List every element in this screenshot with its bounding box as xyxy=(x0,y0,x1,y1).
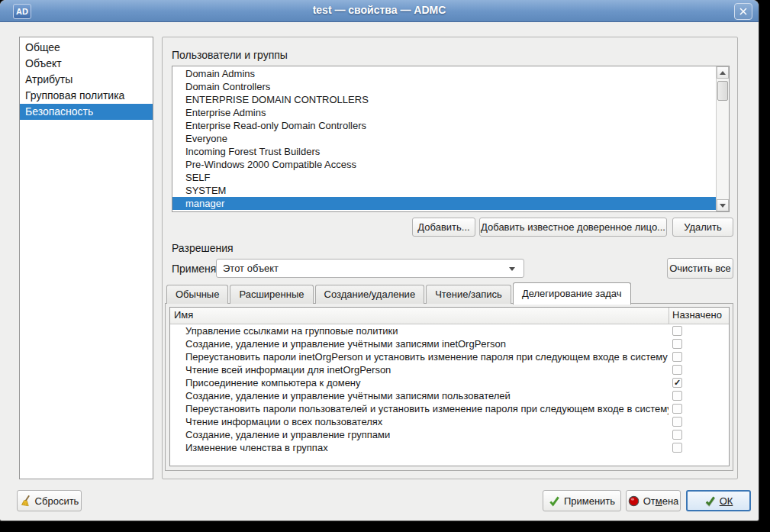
rights-table[interactable]: Имя Назначено Управление ссылками на гру… xyxy=(169,307,730,466)
window-title: test — свойства — ADMC xyxy=(0,0,759,21)
apply-to-combobox[interactable]: Этот объект xyxy=(216,259,524,278)
trustee-items: Domain AdminsDomain ControllersENTERPRIS… xyxy=(172,67,717,210)
table-row[interactable]: Управление ссылками на групповые политик… xyxy=(170,324,729,337)
table-row[interactable]: Переустановить пароли inetOrgPerson и ус… xyxy=(170,350,729,363)
clear-all-button[interactable]: Очистить все xyxy=(667,258,733,279)
assigned-cell xyxy=(669,443,729,453)
checkbox[interactable] xyxy=(672,339,682,349)
checkbox[interactable] xyxy=(672,417,682,427)
table-header: Имя Назначено xyxy=(170,308,729,324)
ok-label: ОК xyxy=(720,495,733,507)
apply-label: Применить xyxy=(564,495,615,507)
cancel-button[interactable]: Отмена xyxy=(626,490,681,511)
table-row[interactable]: Присоединение компьютера к домену✓ xyxy=(170,376,729,389)
table-row[interactable]: Переустановить пароли пользователей и ус… xyxy=(170,402,729,415)
checkbox[interactable] xyxy=(672,430,682,440)
column-header-name[interactable]: Имя xyxy=(170,308,669,324)
trustee-item[interactable]: Enterprise Read-only Domain Controllers xyxy=(172,119,717,132)
trustee-item[interactable]: ENTERPRISE DOMAIN CONTROLLERS xyxy=(172,93,717,106)
users-groups-label: Пользователи и группы xyxy=(172,49,288,61)
assigned-cell: ✓ xyxy=(669,378,729,388)
trustee-scrollbar[interactable] xyxy=(716,66,729,211)
checkbox[interactable] xyxy=(672,326,682,336)
chevron-down-icon xyxy=(509,267,515,271)
assigned-cell xyxy=(669,391,729,401)
right-name-cell: Создание, удаление и управление учётными… xyxy=(170,337,669,350)
trustee-item[interactable]: Pre-Windows 2000 Compatible Access xyxy=(172,158,717,171)
scroll-thumb[interactable] xyxy=(717,81,728,101)
app-icon: AD xyxy=(13,4,31,19)
broom-icon xyxy=(20,495,31,507)
stop-icon xyxy=(628,495,640,507)
permissions-tab-bar: ОбычныеРасширенныеСоздание/удалениеЧтени… xyxy=(166,282,633,304)
reset-button[interactable]: Сбросить xyxy=(17,490,82,511)
trustee-item[interactable]: Everyone xyxy=(172,132,717,145)
checkbox[interactable] xyxy=(672,391,682,401)
scroll-up-icon xyxy=(720,71,726,75)
check-icon xyxy=(549,495,560,507)
assigned-cell xyxy=(669,352,729,362)
checkbox[interactable] xyxy=(672,443,682,453)
trustee-item[interactable]: Incoming Forest Trust Builders xyxy=(172,145,717,158)
close-icon xyxy=(739,8,747,15)
checkbox[interactable] xyxy=(672,365,682,375)
assigned-cell xyxy=(669,417,729,427)
ok-button[interactable]: ОК xyxy=(686,490,751,511)
titlebar[interactable]: AD test — свойства — ADMC xyxy=(0,0,759,22)
assigned-cell xyxy=(669,430,729,440)
table-row[interactable]: Создание, удаление и управление группами xyxy=(170,428,729,441)
tab-active[interactable]: Делегирование задач xyxy=(513,282,631,305)
table-row[interactable]: Создание, удаление и управление учётными… xyxy=(170,389,729,402)
right-name-cell: Создание, удаление и управление группами xyxy=(170,428,669,441)
assigned-cell xyxy=(669,326,729,336)
tab-inactive[interactable]: Обычные xyxy=(166,285,228,304)
table-row[interactable]: Чтение информации о всех пользователях xyxy=(170,415,729,428)
checkbox[interactable] xyxy=(672,352,682,362)
tab-inactive[interactable]: Создание/удаление xyxy=(315,285,425,304)
sidebar-pages-list[interactable]: ОбщееОбъектАтрибутыГрупповая политикаБез… xyxy=(19,37,153,479)
remove-button[interactable]: Удалить xyxy=(672,218,733,237)
trustee-item[interactable]: Domain Admins xyxy=(172,67,717,80)
checkbox[interactable]: ✓ xyxy=(672,378,682,388)
tab-inactive[interactable]: Расширенные xyxy=(230,285,313,304)
scroll-up-button[interactable] xyxy=(717,66,729,79)
trustee-item[interactable]: SYSTEM xyxy=(172,184,717,197)
sidebar-item[interactable]: Атрибуты xyxy=(20,72,153,88)
add-well-known-trustee-button[interactable]: Добавить известное доверенное лицо... xyxy=(479,218,667,237)
cancel-label: Отмена xyxy=(643,495,679,507)
trustee-item[interactable]: Domain Controllers xyxy=(172,80,717,93)
column-header-assigned[interactable]: Назначено xyxy=(669,308,729,324)
right-name-cell: Чтение всей информации для inetOrgPerson xyxy=(170,363,669,376)
ok-check-icon xyxy=(704,495,716,507)
sidebar-item[interactable]: Общее xyxy=(20,40,153,56)
trustee-item[interactable]: SELF xyxy=(172,171,717,184)
assigned-cell xyxy=(669,404,729,414)
trustee-item[interactable]: manager xyxy=(172,197,717,210)
right-name-cell: Создание, удаление и управление учётными… xyxy=(170,389,669,402)
trustee-list[interactable]: Domain AdminsDomain ControllersENTERPRIS… xyxy=(172,66,730,212)
scroll-down-icon xyxy=(720,204,726,208)
table-row[interactable]: Изменение членства в группах xyxy=(170,441,729,454)
close-button[interactable] xyxy=(734,3,752,20)
reset-label: Сбросить xyxy=(35,495,79,507)
sidebar-item[interactable]: Безопасность xyxy=(20,104,153,120)
apply-to-value: Этот объект xyxy=(223,263,279,274)
checkbox[interactable] xyxy=(672,404,682,414)
tab-inactive[interactable]: Чтение/запись xyxy=(426,285,511,304)
apply-button[interactable]: Применить xyxy=(543,490,621,511)
scroll-down-button[interactable] xyxy=(717,199,729,211)
trustee-item[interactable]: Enterprise Admins xyxy=(172,106,717,119)
right-name-cell: Переустановить пароли inetOrgPerson и ус… xyxy=(170,350,669,363)
right-name-cell: Изменение членства в группах xyxy=(170,441,669,454)
right-name-cell: Управление ссылками на групповые политик… xyxy=(170,324,669,337)
permissions-label: Разрешения xyxy=(172,242,234,254)
assigned-cell xyxy=(669,339,729,349)
sidebar-item[interactable]: Групповая политика xyxy=(20,88,153,104)
add-button[interactable]: Добавить... xyxy=(412,218,475,237)
right-name-cell: Переустановить пароли пользователей и ус… xyxy=(170,402,669,415)
right-name-cell: Чтение информации о всех пользователях xyxy=(170,415,669,428)
table-rows: Управление ссылками на групповые политик… xyxy=(170,324,729,454)
table-row[interactable]: Создание, удаление и управление учётными… xyxy=(170,337,729,350)
sidebar-item[interactable]: Объект xyxy=(20,56,153,72)
table-row[interactable]: Чтение всей информации для inetOrgPerson xyxy=(170,363,729,376)
